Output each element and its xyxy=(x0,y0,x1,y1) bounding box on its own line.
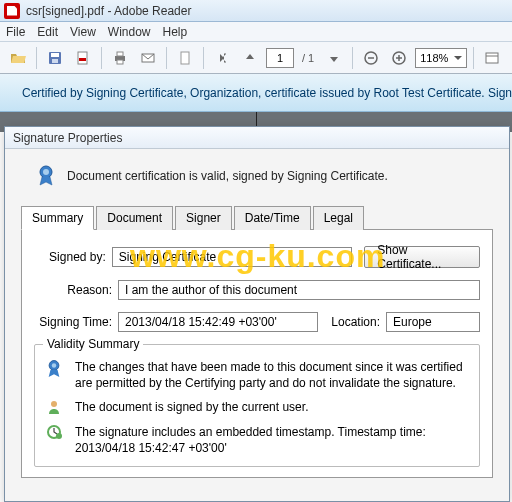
open-button[interactable] xyxy=(6,46,30,70)
dialog-title[interactable]: Signature Properties xyxy=(5,127,509,149)
page-number-input[interactable] xyxy=(266,48,294,68)
export-pdf-button[interactable] xyxy=(71,46,95,70)
menu-window[interactable]: Window xyxy=(108,25,151,39)
validity-line-2: The document is signed by the current us… xyxy=(75,399,308,415)
user-icon xyxy=(45,399,63,415)
svg-rect-8 xyxy=(181,52,189,64)
show-certificate-button[interactable]: Show Certificate... xyxy=(364,246,480,268)
page-up-button[interactable] xyxy=(238,46,262,70)
label-signed-by: Signed by: xyxy=(34,250,106,264)
value-reason: I am the author of this document xyxy=(118,280,480,300)
value-signing-time: 2013/04/18 15:42:49 +03'00' xyxy=(118,312,318,332)
page-down-button[interactable] xyxy=(322,46,346,70)
certification-text: Certified by Signing Certificate, Organi… xyxy=(22,86,512,100)
svg-rect-14 xyxy=(486,53,498,63)
label-location: Location: xyxy=(324,315,380,329)
svg-point-21 xyxy=(52,363,56,367)
menu-file[interactable]: File xyxy=(6,25,25,39)
validity-summary-title: Validity Summary xyxy=(43,337,143,351)
svg-rect-2 xyxy=(52,59,58,63)
chevron-down-icon xyxy=(454,54,462,62)
print-button[interactable] xyxy=(108,46,132,70)
page-total: / 1 xyxy=(298,52,318,64)
ribbon-icon xyxy=(37,165,55,187)
svg-point-22 xyxy=(51,401,57,407)
tab-signer[interactable]: Signer xyxy=(175,206,232,230)
svg-point-24 xyxy=(56,433,62,439)
menu-edit[interactable]: Edit xyxy=(37,25,58,39)
tab-content-summary: Signed by: Signing Certificate Show Cert… xyxy=(21,230,493,478)
menu-view[interactable]: View xyxy=(70,25,96,39)
svg-rect-6 xyxy=(117,60,123,64)
menu-bar: File Edit View Window Help xyxy=(0,22,512,42)
validity-summary: Validity Summary The changes that have b… xyxy=(34,344,480,467)
tab-datetime[interactable]: Date/Time xyxy=(234,206,311,230)
tab-legal[interactable]: Legal xyxy=(313,206,364,230)
label-signing-time: Signing Time: xyxy=(34,315,112,329)
adobe-reader-icon xyxy=(4,3,20,19)
window-title: csr[signed].pdf - Adobe Reader xyxy=(26,4,191,18)
menu-help[interactable]: Help xyxy=(163,25,188,39)
tools-button[interactable] xyxy=(480,46,504,70)
svg-rect-1 xyxy=(51,53,59,57)
timestamp-icon xyxy=(45,424,63,440)
zoom-out-button[interactable] xyxy=(359,46,383,70)
tab-bar: Summary Document Signer Date/Time Legal xyxy=(21,205,493,230)
svg-rect-5 xyxy=(117,52,123,56)
title-bar: csr[signed].pdf - Adobe Reader xyxy=(0,0,512,22)
signature-properties-dialog: Signature Properties Document certificat… xyxy=(4,126,510,502)
zoom-value: 118% xyxy=(420,52,448,64)
ribbon-icon xyxy=(45,359,63,379)
svg-point-19 xyxy=(43,169,49,175)
tab-summary[interactable]: Summary xyxy=(21,206,94,230)
email-button[interactable] xyxy=(136,46,160,70)
validity-line-3: The signature includes an embedded times… xyxy=(75,424,426,456)
page-display-button[interactable] xyxy=(173,46,197,70)
dialog-header: Document certification is valid, signed … xyxy=(21,165,493,187)
value-location: Europe xyxy=(386,312,480,332)
tab-document[interactable]: Document xyxy=(96,206,173,230)
dialog-header-text: Document certification is valid, signed … xyxy=(67,169,388,183)
value-signed-by: Signing Certificate xyxy=(112,247,353,267)
zoom-in-button[interactable] xyxy=(387,46,411,70)
toolbar: / 1 118% xyxy=(0,42,512,74)
zoom-select[interactable]: 118% xyxy=(415,48,467,68)
prev-page-button[interactable] xyxy=(210,46,234,70)
label-reason: Reason: xyxy=(34,283,112,297)
certification-bar: Certified by Signing Certificate, Organi… xyxy=(0,74,512,112)
save-button[interactable] xyxy=(43,46,67,70)
validity-line-1: The changes that have been made to this … xyxy=(75,359,469,391)
